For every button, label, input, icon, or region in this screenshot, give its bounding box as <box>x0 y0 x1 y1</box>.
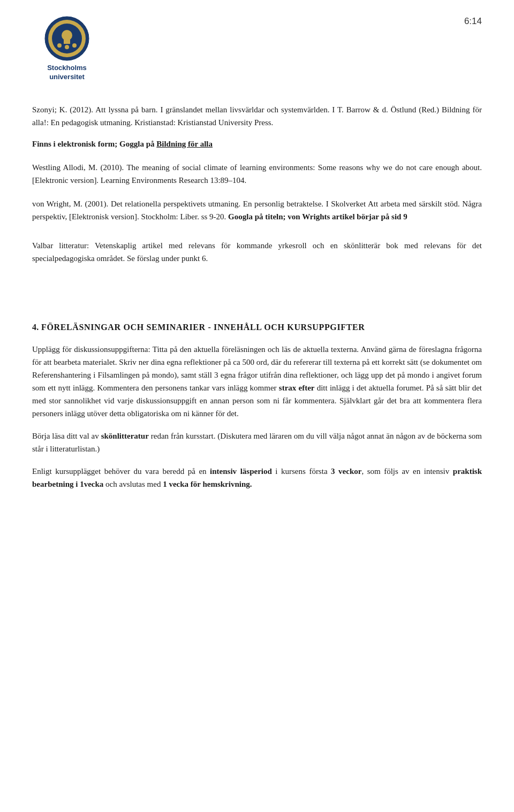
ref-vonwright-text: von Wright, M. (2001). Det relationella … <box>32 200 482 221</box>
section4-number: 4. <box>32 323 41 332</box>
para3-text-after: och avslutas med <box>103 480 163 488</box>
section4-title: Föreläsningar och seminarier - innehåll … <box>41 323 365 332</box>
para2-text-before: Börja läsa ditt val av <box>32 432 101 440</box>
ref-szonyi-text: Szonyi; K. (2012). Att lyssna på barn. I… <box>32 105 482 127</box>
university-name: Stockholms universitet <box>47 64 87 82</box>
electronic-form-note: Finns i elektronisk form; Goggla på Bild… <box>32 137 482 150</box>
ref-westling-text: Westling Allodi, M. (2010). The meaning … <box>32 163 482 185</box>
section4-para3: Enligt kursupplägget behöver du vara ber… <box>32 465 482 491</box>
page: Stockholms universitet 6:14 Szonyi; K. (… <box>0 0 514 812</box>
svg-point-7 <box>72 43 77 48</box>
para3-text-mid: i kursens första <box>272 467 331 476</box>
para3-text-before: Enligt kursupplägget behöver du vara ber… <box>32 467 210 476</box>
main-content: Szonyi; K. (2012). Att lyssna på barn. I… <box>32 103 482 491</box>
section4-para1: Upplägg för diskussionsuppgifterna: Titt… <box>32 343 482 420</box>
section4-para2: Börja läsa ditt val av skönlitteratur re… <box>32 430 482 455</box>
para1-bold: strax efter <box>279 384 315 392</box>
reference-westling: Westling Allodi, M. (2010). The meaning … <box>32 161 482 187</box>
logo-area: Stockholms universitet <box>32 16 102 82</box>
electronic-form-text: Finns i elektronisk form; Goggla på Bild… <box>32 140 213 148</box>
svg-point-5 <box>57 43 62 48</box>
spacer <box>32 274 482 301</box>
reference-vonwright: von Wright, M. (2001). Det relationella … <box>32 197 482 223</box>
section4-heading: 4. Föreläsningar och seminarier - innehå… <box>32 323 482 332</box>
header: Stockholms universitet 6:14 <box>32 16 482 82</box>
page-number: 6:14 <box>464 16 482 27</box>
reference-szonyi: Szonyi; K. (2012). Att lyssna på barn. I… <box>32 103 482 129</box>
svg-point-6 <box>65 45 69 49</box>
university-logo <box>44 16 90 62</box>
para2-bold: skönlitteratur <box>101 432 149 440</box>
para3-bold1: intensiv läsperiod <box>210 467 272 476</box>
para3-text-mid2: , som följs av en intensiv <box>361 467 452 476</box>
svg-point-3 <box>62 30 72 41</box>
para3-bold2: 3 veckor <box>331 467 361 476</box>
para3-bold4: 1 vecka för hemskrivning. <box>163 480 252 488</box>
valbar-litteratur: Valbar litteratur: Vetenskaplig artikel … <box>32 239 482 265</box>
valbar-text: Valbar litteratur: Vetenskaplig artikel … <box>32 241 482 263</box>
svg-rect-4 <box>64 40 70 44</box>
